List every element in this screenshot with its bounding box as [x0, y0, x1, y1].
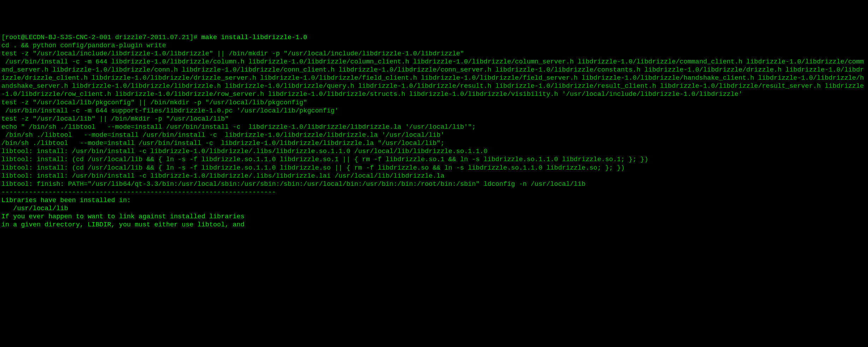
output-line: /bin/sh ./libtool --mode=install /usr/bi… — [1, 139, 867, 147]
output-line: /bin/sh ./libtool --mode=install /usr/bi… — [1, 131, 867, 139]
output-line: test -z "/usr/local/lib/pkgconfig" || /b… — [1, 99, 867, 107]
prompt-user-host: [root@LECDN-BJ-SJS-CNC-2-001 — [1, 34, 111, 41]
divider-line: ----------------------------------------… — [1, 188, 867, 196]
output-line: Libraries have been installed in: — [1, 196, 867, 205]
command-text: make install-libdrizzle-1.0 — [201, 34, 307, 41]
output-line: test -z "/usr/local/lib" || /bin/mkdir -… — [1, 115, 867, 123]
output-line: in a given directory, LIBDIR, you must e… — [1, 221, 867, 229]
output-line: libtool: install: (cd /usr/local/lib && … — [1, 164, 867, 172]
output-line: libtool: install: /usr/bin/install -c li… — [1, 172, 867, 180]
output-line: /usr/bin/install -c -m 644 libdrizzle-1.… — [1, 58, 867, 99]
output-line: /usr/local/lib — [1, 205, 867, 213]
output-line: echo " /bin/sh ./libtool --mode=install … — [1, 123, 867, 131]
output-line: test -z "/usr/local/include/libdrizzle-1… — [1, 50, 867, 58]
terminal-window[interactable]: [root@LECDN-BJ-SJS-CNC-2-001 drizzle7-20… — [1, 34, 867, 229]
output-line: cd . && python config/pandora-plugin wri… — [1, 42, 867, 50]
output-line: libtool: install: /usr/bin/install -c li… — [1, 147, 867, 156]
output-line: libtool: install: (cd /usr/local/lib && … — [1, 156, 867, 164]
output-line: If you ever happen to want to link again… — [1, 213, 867, 221]
output-line: /usr/bin/install -c -m 644 support-files… — [1, 107, 867, 115]
output-line: libtool: finish: PATH="/usr/lib64/qt-3.3… — [1, 180, 867, 188]
prompt-cwd: drizzle7-2011.07.21]# — [115, 34, 197, 41]
prompt-line: [root@LECDN-BJ-SJS-CNC-2-001 drizzle7-20… — [1, 34, 867, 42]
